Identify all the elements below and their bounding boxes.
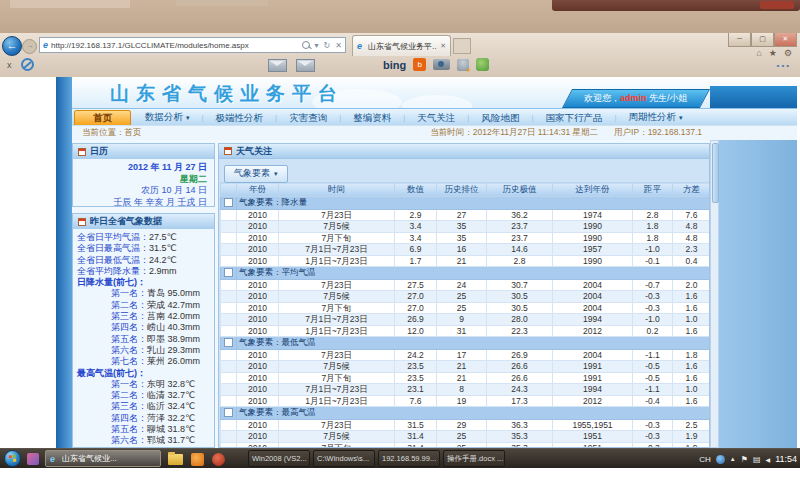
cell: 1.6 bbox=[673, 395, 711, 407]
table-row[interactable]: 20107月5候27.02530.52004-0.31.6 bbox=[221, 291, 711, 303]
toolbar-overflow-icon[interactable]: ••• bbox=[777, 61, 791, 70]
table-row[interactable]: 20107月下旬23.52126.61991-0.51.6 bbox=[221, 372, 711, 384]
stat-value: 2.9mm bbox=[149, 266, 177, 277]
rank-label: 第五名： bbox=[111, 334, 147, 345]
media-player-icon[interactable] bbox=[191, 453, 204, 466]
table-row[interactable]: 20101月1日~7月23日12.03122.320120.21.6 bbox=[221, 325, 711, 337]
menu-item-7[interactable]: 风险地图 bbox=[469, 110, 531, 126]
ie-icon: e bbox=[43, 40, 48, 50]
table-row[interactable]: 20107月5候23.52126.61991-0.51.6 bbox=[221, 361, 711, 373]
mail-icon[interactable] bbox=[296, 59, 315, 72]
table-row[interactable]: 20107月23日31.52936.31955,1951-0.32.5 bbox=[221, 419, 711, 431]
section-checkbox-cell bbox=[221, 337, 237, 350]
display-icon[interactable]: ▤ bbox=[753, 455, 761, 464]
page-scrollbar[interactable] bbox=[710, 140, 719, 448]
table-row[interactable]: 20101月1日~7月23日7.61917.32012-0.41.6 bbox=[221, 395, 711, 407]
blocked-content-icon[interactable] bbox=[21, 58, 34, 71]
system-tray: CH ▲ ⚑ ▤ ◀ 11:54 bbox=[699, 449, 797, 469]
url-text[interactable]: http://192.168.137.1/GLCCLIMATE/modules/… bbox=[51, 41, 249, 50]
rank-value: 东明 32.8℃ bbox=[147, 379, 195, 390]
search-provider-icon[interactable]: b bbox=[413, 58, 426, 71]
forward-button[interactable]: → bbox=[22, 39, 37, 54]
rank-label: 第三名： bbox=[111, 311, 147, 322]
element-dropdown-button[interactable]: 气象要素 ▾ bbox=[224, 165, 288, 183]
browser-app-icon[interactable] bbox=[212, 453, 225, 466]
network-globe-icon[interactable] bbox=[716, 455, 725, 464]
table-row[interactable]: 20107月23日27.52430.72004-0.72.0 bbox=[221, 279, 711, 291]
cell: 1.0 bbox=[673, 314, 711, 326]
table-row[interactable]: 20101月1日~7月23日1.7212.81990-0.10.4 bbox=[221, 255, 711, 267]
taskbar-ie-button[interactable]: e 山东省气候业... bbox=[45, 450, 161, 467]
stat-label: 全省日最低气温： bbox=[77, 255, 149, 266]
stop-icon[interactable]: ✕ bbox=[335, 41, 342, 50]
table-row[interactable]: 20107月1日~7月23日23.1824.31994-1.11.0 bbox=[221, 384, 711, 396]
volume-icon[interactable]: ◀ bbox=[766, 456, 771, 463]
menu-item-3[interactable]: 极端性分析 bbox=[204, 110, 276, 126]
refresh-icon[interactable]: ↻ bbox=[324, 41, 331, 50]
minimize-button[interactable]: ─ bbox=[728, 33, 751, 47]
checkbox[interactable] bbox=[224, 198, 233, 207]
favorites-person-icon[interactable] bbox=[457, 59, 469, 71]
mail-icon[interactable] bbox=[268, 59, 287, 72]
pinned-app-icon[interactable] bbox=[27, 453, 39, 465]
table-row[interactable]: 20107月下旬27.02530.52004-0.31.6 bbox=[221, 302, 711, 314]
menu-item-2[interactable]: 数据分析▾ bbox=[133, 109, 202, 126]
table-row[interactable]: 20107月下旬3.43523.719901.84.8 bbox=[221, 232, 711, 244]
language-indicator[interactable]: CH bbox=[699, 455, 711, 464]
hidden-icons-chevron[interactable]: ▲ bbox=[730, 456, 736, 462]
bing-logo[interactable]: bing bbox=[383, 59, 406, 71]
back-button[interactable]: ← bbox=[2, 36, 22, 56]
maximize-button[interactable]: ▢ bbox=[751, 33, 774, 47]
row-checkbox-cell bbox=[221, 419, 237, 431]
flag-icon[interactable]: ⚑ bbox=[741, 455, 748, 464]
checkbox[interactable] bbox=[224, 268, 233, 277]
search-icon[interactable] bbox=[302, 41, 310, 49]
menu-item-9[interactable]: 周期性分析▾ bbox=[617, 109, 695, 126]
table-row[interactable]: 20107月5候31.42535.31951-0.31.9 bbox=[221, 431, 711, 443]
rank-label: 第二名： bbox=[111, 390, 147, 401]
toolbar-close-icon[interactable]: x bbox=[7, 60, 12, 70]
table-row[interactable]: 20107月1日~7月23日6.91614.61957-1.02.3 bbox=[221, 244, 711, 256]
home-icon[interactable]: ⌂ bbox=[756, 48, 761, 58]
taskbar-window-button[interactable]: Win2008 (VS2... bbox=[248, 450, 310, 467]
camera-icon[interactable] bbox=[433, 59, 450, 70]
checkbox[interactable] bbox=[224, 408, 233, 417]
addon-icon[interactable] bbox=[476, 58, 489, 71]
checkbox[interactable] bbox=[224, 338, 233, 347]
start-button[interactable] bbox=[4, 450, 21, 467]
browser-tab[interactable]: e 山东省气候业务平... ✕ bbox=[352, 35, 451, 56]
address-bar[interactable]: e http://192.168.137.1/GLCCLIMATE/module… bbox=[39, 37, 346, 53]
table-row[interactable]: 20107月23日24.21726.92004-1.11.8 bbox=[221, 349, 711, 361]
cell: 7月1日~7月23日 bbox=[279, 384, 395, 396]
table-row[interactable]: 20107月1日~7月23日26.9928.01994-1.01.0 bbox=[221, 314, 711, 326]
tab-close-icon[interactable]: ✕ bbox=[440, 42, 446, 50]
rank-value: 郓城 31.7℃ bbox=[147, 435, 195, 446]
taskbar-window-button[interactable]: C:\Windows\s... bbox=[313, 450, 375, 467]
element-button-label: 气象要素 bbox=[234, 167, 270, 180]
menu-item-6[interactable]: 天气关注 bbox=[405, 110, 467, 126]
cell: 1991 bbox=[553, 372, 633, 384]
close-button[interactable]: ✕ bbox=[774, 33, 797, 47]
cell: 7月1日~7月23日 bbox=[279, 244, 395, 256]
menu-item-5[interactable]: 整编资料 bbox=[341, 110, 403, 126]
taskbar-window-button[interactable]: 操作手册.docx ... bbox=[443, 450, 505, 467]
settings-gear-icon[interactable]: ⚙ bbox=[784, 48, 792, 58]
table-row[interactable]: 20107月23日2.92736.219742.87.6 bbox=[221, 209, 711, 221]
menu-item-4[interactable]: 灾害查询 bbox=[277, 110, 339, 126]
favorites-star-icon[interactable]: ★ bbox=[769, 48, 777, 58]
taskbar-window-button[interactable]: 192.168.59.99... bbox=[378, 450, 440, 467]
cell: 1.8 bbox=[633, 221, 673, 233]
cell: 2004 bbox=[553, 291, 633, 303]
page-scrollbar-thumb[interactable] bbox=[712, 143, 719, 203]
new-tab-button[interactable] bbox=[453, 38, 471, 54]
table-row[interactable]: 20107月5候3.43523.719901.84.8 bbox=[221, 221, 711, 233]
explorer-folder-icon[interactable] bbox=[168, 454, 183, 465]
rank-value: 即墨 38.9mm bbox=[147, 334, 200, 345]
cell: 2010 bbox=[237, 221, 279, 233]
menu-item-1[interactable]: 首页 bbox=[74, 110, 131, 126]
rank-value: 崂山 40.3mm bbox=[147, 322, 200, 333]
rank-label: 第三名： bbox=[111, 401, 147, 412]
tray-clock[interactable]: 11:54 bbox=[775, 454, 797, 464]
menu-item-8[interactable]: 国家下行产品 bbox=[533, 110, 614, 126]
autocomplete-dropdown-icon[interactable]: ▾ bbox=[315, 41, 319, 50]
